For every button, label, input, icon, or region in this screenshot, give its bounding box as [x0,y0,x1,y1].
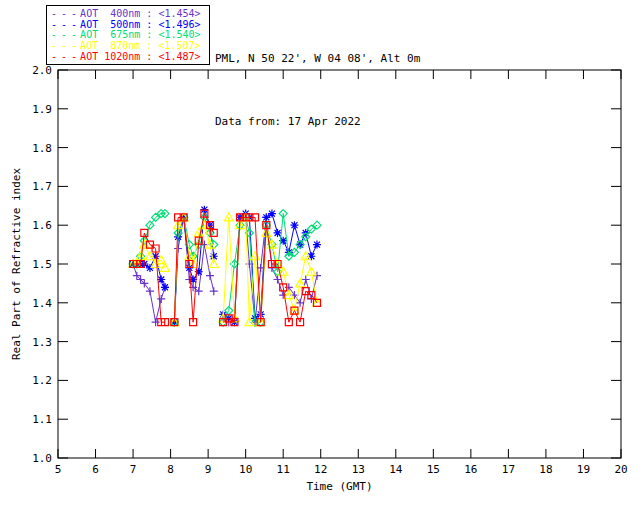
y-tick-label: 1.1 [32,413,52,426]
y-tick-label: 1.5 [32,258,52,271]
x-tick-label: 16 [464,463,477,476]
legend-item-400nm: - - - AOT 400nm : <1.454> [51,9,205,20]
legend-item-label: AOT 400nm : <1.454> [80,9,200,19]
plot-window: 5678910111213141516171819201.01.11.21.31… [0,0,640,512]
x-tick-label: 19 [577,463,590,476]
site-location-line: PML, N 50 22', W 04 08', Alt 0m [215,48,420,69]
legend-item-label: AOT 675nm : <1.540> [80,30,200,40]
x-tick-label: 5 [55,463,62,476]
x-tick-label: 7 [130,463,137,476]
x-tick-label: 6 [92,463,99,476]
legend-line-sample: - - - [51,41,76,51]
series-line-400nm [133,217,317,322]
x-tick-label: 17 [502,463,515,476]
y-tick-label: 1.7 [32,180,52,193]
y-tick-label: 1.3 [32,336,52,349]
legend-line-sample: - - - [51,9,76,19]
x-tick-label: 14 [389,463,403,476]
header-info: PML, N 50 22', W 04 08', Alt 0m Data fro… [215,6,420,174]
x-tick-label: 9 [205,463,212,476]
x-tick-label: 13 [352,463,365,476]
legend-item-label: AOT 500nm : <1.496> [80,20,200,30]
x-tick-label: 8 [167,463,174,476]
y-tick-label: 1.2 [32,374,52,387]
legend-line-sample: - - - [51,52,76,62]
y-tick-label: 1.6 [32,219,52,232]
legend-item-1020nm: - - - AOT 1020nm : <1.487> [51,51,205,62]
data-date-line: Data from: 17 Apr 2022 [215,111,420,132]
legend: - - - AOT 400nm : <1.454> - - - AOT 500n… [46,5,210,65]
x-axis-title: Time (GMT) [58,480,621,493]
y-axis-title: Real Part of Refractive index [10,168,23,360]
x-tick-label: 10 [239,463,252,476]
legend-item-label: AOT 870nm : <1.507> [80,41,200,51]
x-tick-label: 11 [277,463,290,476]
x-tick-label: 15 [427,463,440,476]
y-tick-label: 1.8 [32,142,52,155]
legend-line-sample: - - - [51,30,76,40]
legend-item-label: AOT 1020nm : <1.487> [80,52,200,62]
x-tick-label: 20 [614,463,627,476]
legend-line-sample: - - - [51,20,76,30]
series-line-500nm [133,210,317,323]
y-tick-label: 1.4 [32,297,52,310]
x-tick-label: 18 [539,463,552,476]
y-tick-label: 2.0 [32,64,52,77]
legend-item-870nm: - - - AOT 870nm : <1.507> [51,41,205,52]
series-line-870nm [133,217,317,322]
y-tick-label: 1.9 [32,103,52,116]
y-tick-label: 1.0 [32,452,52,465]
x-tick-label: 12 [314,463,327,476]
